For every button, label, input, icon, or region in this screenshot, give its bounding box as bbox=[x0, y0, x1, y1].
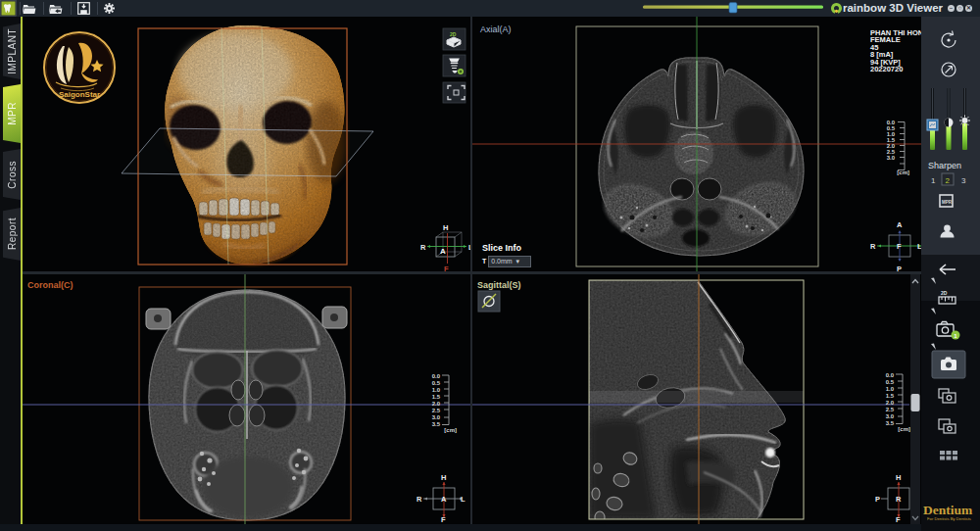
svg-text:1.5: 1.5 bbox=[432, 394, 441, 400]
svg-text:0.0: 0.0 bbox=[886, 372, 895, 378]
svg-text:3.0: 3.0 bbox=[432, 414, 441, 420]
svg-text:3: 3 bbox=[961, 176, 966, 185]
svg-text:3.5: 3.5 bbox=[886, 420, 895, 426]
svg-text:R: R bbox=[416, 495, 422, 504]
svg-text:P: P bbox=[897, 265, 902, 271]
svg-text:0.5: 0.5 bbox=[432, 380, 441, 386]
svg-text:F: F bbox=[444, 265, 449, 271]
svg-text:2.0: 2.0 bbox=[432, 401, 441, 407]
svg-text:F: F bbox=[441, 515, 446, 524]
svg-text:2D: 2D bbox=[941, 290, 948, 296]
svg-text:2: 2 bbox=[946, 176, 951, 185]
svg-text:R: R bbox=[896, 495, 902, 504]
svg-text:F: F bbox=[896, 515, 901, 524]
svg-text:3.0: 3.0 bbox=[887, 155, 896, 161]
svg-text:2.0: 2.0 bbox=[886, 400, 895, 406]
svg-text:2.5: 2.5 bbox=[886, 407, 895, 412]
svg-text:2D: 2D bbox=[450, 31, 457, 37]
svg-text:1.5: 1.5 bbox=[886, 393, 895, 399]
svg-text:H: H bbox=[896, 473, 901, 482]
svg-text:A: A bbox=[441, 495, 447, 504]
svg-text:R: R bbox=[870, 242, 876, 251]
svg-text:[cm]: [cm] bbox=[898, 426, 910, 432]
svg-text:Dentium: Dentium bbox=[923, 503, 973, 517]
svg-text:A: A bbox=[440, 247, 446, 256]
svg-text:SaigonStar: SaigonStar bbox=[59, 90, 100, 99]
svg-text:H: H bbox=[441, 473, 446, 482]
svg-text:1: 1 bbox=[931, 176, 936, 185]
svg-text:[cm]: [cm] bbox=[444, 427, 457, 433]
svg-text:3.5: 3.5 bbox=[432, 421, 441, 427]
svg-text:R: R bbox=[420, 243, 426, 252]
svg-text:0.0: 0.0 bbox=[432, 373, 441, 379]
svg-text:P: P bbox=[875, 495, 880, 504]
svg-text:0.5: 0.5 bbox=[886, 379, 895, 385]
svg-text:A: A bbox=[897, 220, 903, 229]
svg-text:1.0: 1.0 bbox=[432, 387, 441, 393]
svg-text:F: F bbox=[897, 242, 902, 251]
svg-text:Sharpen: Sharpen bbox=[928, 161, 961, 170]
svg-text:L: L bbox=[461, 495, 466, 504]
svg-text:2.5: 2.5 bbox=[432, 408, 441, 413]
svg-text:3.0: 3.0 bbox=[886, 413, 895, 419]
svg-text:For Dentists By Dentists: For Dentists By Dentists bbox=[927, 516, 971, 521]
svg-text:H: H bbox=[443, 223, 448, 232]
svg-text:1.0: 1.0 bbox=[886, 386, 895, 392]
svg-text:[cm]: [cm] bbox=[897, 169, 909, 175]
svg-text:MPR: MPR bbox=[942, 200, 953, 205]
